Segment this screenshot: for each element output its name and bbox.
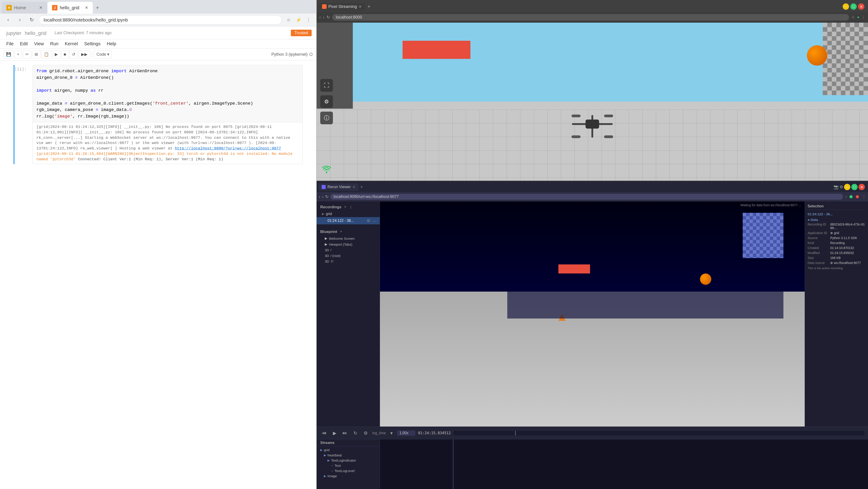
stream-image[interactable]: ▶ Image <box>317 473 380 479</box>
pixel-streaming-tab-bar: Pixel Streaming ✕ + ─ □ ✕ <box>317 0 868 12</box>
timeline-track[interactable] <box>454 431 864 435</box>
menu-file[interactable]: File <box>4 40 16 47</box>
address-input[interactable] <box>39 16 282 24</box>
save-button[interactable]: 💾 <box>4 50 13 58</box>
add-recording-button[interactable]: + <box>343 205 348 209</box>
stream-text[interactable]: ─ Text <box>317 463 380 468</box>
timeline-play-button[interactable]: ▶ <box>331 429 338 437</box>
rerun-tab[interactable]: Rerun Viewer ✕ <box>318 183 359 191</box>
blueprint-root[interactable]: 3D / (root) <box>317 253 380 259</box>
recording-grid-folder[interactable]: ▶ grid <box>317 211 380 217</box>
pixel-streaming-tab[interactable]: Pixel Streaming ✕ <box>318 3 365 10</box>
recording-actions-icon[interactable]: ⋮ <box>349 205 352 209</box>
recordings-header: Recordings + ⋮ <box>317 203 380 211</box>
tab-home[interactable]: H Home ✕ <box>2 2 47 13</box>
cell-content[interactable]: from grid.robot.airgen_drone import AirG… <box>33 65 303 164</box>
drone-rotor-tl <box>571 115 581 117</box>
pixel-streaming-tab-close[interactable]: ✕ <box>359 4 362 9</box>
timeline-dropdown[interactable]: ▾ <box>389 429 395 437</box>
ps-star-button[interactable]: ☆ <box>851 15 855 20</box>
3d-viewport[interactable]: ⛶ ⚙ ⓘ <box>317 23 868 181</box>
maximize-button[interactable]: □ <box>850 3 857 10</box>
code-editor[interactable]: from grid.robot.airgen_drone import AirG… <box>33 65 302 122</box>
rerun-new-tab[interactable]: + <box>359 184 365 190</box>
rerun-back[interactable]: ‹ <box>319 195 320 199</box>
extension-button[interactable]: ⚡ <box>294 16 303 24</box>
reload-button[interactable]: ↻ <box>27 16 36 24</box>
stream-textloglevel[interactable]: ─ TextLogLevel <box>317 468 380 473</box>
menu-button[interactable]: ⋮ <box>304 16 313 24</box>
stream-textlog[interactable]: ▶ TextLogIndicator <box>317 458 380 463</box>
settings-overlay-button[interactable]: ⚙ <box>320 95 333 108</box>
tab-home-label: Home <box>14 5 26 10</box>
blueprint-viewport[interactable]: ▶ Viewport (Tabs) <box>317 241 380 247</box>
menu-view[interactable]: View <box>31 40 46 47</box>
blueprint-3d[interactable]: 3D / <box>317 247 380 253</box>
rerun-status-message: Waiting for data from ws://localhost:907… <box>740 203 801 207</box>
timeline-speed-input[interactable] <box>397 430 415 436</box>
star-button[interactable]: ☆ <box>284 16 293 24</box>
rerun-address-input[interactable] <box>331 194 843 200</box>
stream-grid[interactable]: ▶ grid <box>317 447 380 453</box>
tab-notebook-close[interactable]: ✕ <box>85 5 88 10</box>
rerun-star[interactable]: ☆ <box>845 195 848 199</box>
back-button[interactable]: ‹ <box>4 16 13 24</box>
rerun-reload[interactable]: ↻ <box>325 194 329 199</box>
ps-forward-button[interactable]: › <box>323 15 324 20</box>
menu-run[interactable]: Run <box>48 40 61 47</box>
rerun-tab-close[interactable]: ✕ <box>352 185 355 189</box>
rerun-minimize[interactable]: ─ <box>844 184 850 190</box>
cell-type-select[interactable]: Code ▾ <box>94 50 112 58</box>
menu-help[interactable]: Help <box>104 40 119 47</box>
recording-active-item[interactable]: 01:24:122 - 38... ⚙ — <box>317 217 380 224</box>
new-tab-button[interactable]: + <box>93 4 102 12</box>
tab-notebook[interactable]: J hello_grid ✕ <box>48 2 93 13</box>
timeline-skip-start[interactable]: ⏮ <box>320 429 329 436</box>
stream-timeline-area <box>380 439 868 489</box>
timeline-skip-end[interactable]: ⏭ <box>341 429 349 436</box>
restart-button[interactable]: ↺ <box>69 50 78 58</box>
blueprint-7[interactable]: 3D 7/ <box>317 259 380 264</box>
rerun-maximize[interactable]: □ <box>851 184 858 190</box>
rerun-menu-icon[interactable]: ⋮ <box>862 195 866 199</box>
blueprint-welcome[interactable]: ▶ Welcome Screen <box>317 235 380 241</box>
stream-heartbeat[interactable]: ▶ heartbeat <box>317 453 380 458</box>
menu-settings[interactable]: Settings <box>82 40 103 47</box>
rerun-forward[interactable]: › <box>322 195 323 199</box>
blueprint-add-btn[interactable]: + <box>339 229 343 234</box>
prop-val-source: Python 3.11.5 SDK <box>830 236 865 240</box>
run-button[interactable]: ▶ <box>52 50 60 58</box>
copy-button[interactable]: ⊞ <box>32 50 40 58</box>
add-cell-button[interactable]: + <box>14 51 22 58</box>
rerun-shadow <box>507 291 783 319</box>
forward-button[interactable]: › <box>16 16 24 24</box>
rerun-settings-icon[interactable]: ⚙ <box>839 184 843 190</box>
info-button[interactable]: ⓘ <box>320 112 333 124</box>
timeline-loop-button[interactable]: ↻ <box>352 429 359 437</box>
3d-label: / <box>331 248 331 252</box>
menu-edit[interactable]: Edit <box>17 40 30 47</box>
paste-button[interactable]: 📋 <box>41 50 51 58</box>
timeline-settings-btn[interactable]: ⚙ <box>362 429 370 437</box>
fullscreen-button[interactable]: ⛶ <box>320 79 333 92</box>
tab-home-close[interactable]: ✕ <box>39 5 42 10</box>
recording-options-btn[interactable]: ⚙ <box>366 218 371 223</box>
rerun-close[interactable]: ✕ <box>859 184 865 190</box>
minimize-button[interactable]: ─ <box>843 3 849 10</box>
ps-reload-button[interactable]: ↻ <box>327 15 330 20</box>
ps-menu-icon[interactable]: ⋮ <box>862 15 865 20</box>
pixel-streaming-new-tab[interactable]: + <box>365 4 373 9</box>
restart-run-button[interactable]: ▶▶ <box>79 50 90 58</box>
rerun-3d-viewport[interactable]: Waiting for data from ws://localhost:907… <box>380 201 805 427</box>
interrupt-button[interactable]: ■ <box>61 51 69 58</box>
menu-kernel[interactable]: Kernel <box>62 40 81 47</box>
rerun-address-bar: ‹ › ↻ ☆ ⋮ <box>317 192 868 201</box>
rerun-screenshot-icon[interactable]: 📷 <box>834 184 839 190</box>
close-button[interactable]: ✕ <box>858 3 864 10</box>
recording-item-menu[interactable]: — <box>373 219 376 223</box>
cut-button[interactable]: ✂ <box>23 50 31 58</box>
code-cell: [11]: from grid.robot.airgen_drone impor… <box>13 65 303 164</box>
ps-back-button[interactable]: ‹ <box>319 15 321 20</box>
prop-key-kind: Kind <box>808 241 830 245</box>
ps-address-input[interactable] <box>332 14 849 21</box>
